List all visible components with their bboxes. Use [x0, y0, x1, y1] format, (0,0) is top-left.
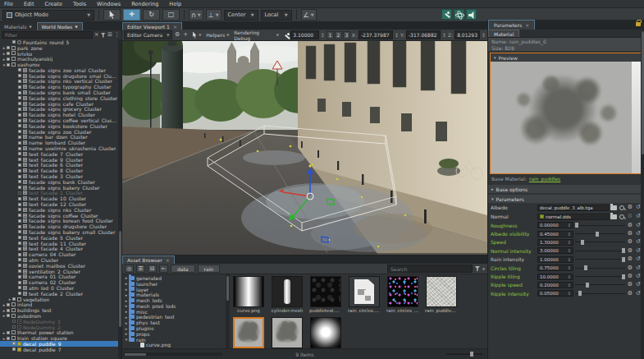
folder-row[interactable]: curve.png [122, 343, 226, 348]
visibility-checkbox[interactable] [7, 58, 10, 61]
spinner-icon[interactable]: ↕ [568, 232, 571, 237]
tab-asset-browser[interactable]: Asset Browser × [122, 255, 175, 264]
visibility-checkbox[interactable] [12, 297, 16, 301]
physics-icon[interactable] [454, 9, 464, 20]
gear-icon[interactable]: ⚙ [627, 223, 633, 228]
visibility-checkbox[interactable] [18, 175, 21, 178]
breadcrumb-button[interactable]: data [171, 265, 195, 273]
tab-parameters[interactable]: Parameters × [488, 20, 535, 30]
menu-item[interactable]: Edit [24, 1, 34, 7]
visibility-checkbox[interactable] [18, 191, 21, 195]
x-spinner-icon[interactable]: ↕ [395, 32, 399, 38]
asset-tile[interactable]: curve.png [232, 276, 265, 313]
parameter-slider[interactable] [575, 290, 625, 297]
browse-folder-icon[interactable] [610, 214, 617, 219]
close-icon[interactable]: × [166, 257, 170, 263]
visibility-checkbox[interactable] [18, 96, 21, 99]
base-material-link[interactable]: rain_puddles [529, 176, 560, 182]
visibility-checkbox[interactable] [7, 314, 10, 317]
visibility-checkbox[interactable] [18, 108, 21, 111]
spinner-icon[interactable]: ↕ [568, 223, 571, 228]
visibility-checkbox[interactable] [18, 203, 21, 206]
visibility-checkbox[interactable] [18, 197, 21, 200]
parameter-value-input[interactable]: 1.30000↕ [537, 239, 573, 246]
slider-handle[interactable] [596, 232, 599, 237]
visibility-checkbox[interactable] [7, 46, 10, 49]
z-spinner-icon[interactable]: ↕ [482, 32, 486, 38]
spinner-icon[interactable]: ↕ [568, 248, 571, 253]
visibility-checkbox[interactable] [18, 68, 21, 71]
visibility-checkbox[interactable] [12, 40, 16, 44]
menu-item[interactable]: Tools [73, 1, 86, 7]
pivot-select[interactable]: Center▼ [224, 10, 258, 21]
slider-handle[interactable] [586, 283, 589, 288]
visibility-checkbox[interactable] [18, 269, 21, 273]
snap-angle-button[interactable]: ∠▼ [301, 9, 317, 21]
visibility-checkbox[interactable] [18, 186, 21, 189]
preview-header[interactable]: ▾Preview [491, 53, 642, 62]
slider-handle[interactable] [584, 265, 587, 270]
visibility-checkbox[interactable] [18, 85, 21, 89]
snap-tool-button[interactable]: ∩▼ [189, 9, 203, 21]
asset-tile[interactable]: rain_puddles... [425, 276, 458, 313]
asset-tile[interactable]: puddletest.png [309, 276, 342, 313]
visibility-checkbox[interactable] [7, 303, 10, 306]
thumbnail-zoom-slider[interactable] [446, 353, 482, 355]
albedo-texture-input[interactable]: decal_puddle_3_alb.tga [537, 205, 609, 211]
visibility-checkbox[interactable] [7, 52, 10, 55]
slider-handle[interactable] [622, 274, 625, 279]
visibility-checkbox[interactable] [18, 292, 21, 295]
visibility-checkbox[interactable] [18, 219, 21, 223]
visibility-checkbox[interactable] [18, 113, 21, 117]
sound-icon[interactable] [466, 9, 477, 20]
spinner-icon[interactable]: ↕ [568, 274, 571, 279]
filter-input[interactable]: Filter [2, 31, 93, 39]
play-simulation-icon[interactable] [441, 9, 452, 20]
parameter-value-input[interactable]: 10.0000↕ [537, 274, 573, 280]
parameter-slider[interactable] [575, 256, 625, 263]
breadcrumb-button[interactable]: rain [198, 265, 221, 273]
parameter-slider[interactable] [575, 239, 625, 246]
visibility-checkbox[interactable] [12, 347, 16, 351]
tree-scrollbar[interactable] [118, 39, 121, 359]
tab-materials[interactable]: Materials▼ [0, 22, 37, 30]
spinner-icon[interactable]: ↕ [568, 265, 571, 270]
parameter-slider[interactable] [575, 282, 625, 288]
parameter-value-input[interactable]: 1.00000↕ [537, 256, 573, 263]
gear-icon[interactable]: ⚙ [627, 282, 633, 288]
visibility-checkbox[interactable] [18, 247, 21, 251]
slider-handle[interactable] [622, 248, 625, 253]
gear-icon[interactable]: ⚙ [627, 291, 633, 297]
spinner-icon[interactable]: ↕ [568, 283, 571, 288]
horizontal-scrollbar[interactable] [124, 352, 222, 356]
gear-icon[interactable]: ⚙ [627, 248, 633, 254]
show-all-icon[interactable]: ◎ [125, 265, 134, 273]
gear-icon[interactable]: ⚙ [627, 265, 633, 271]
section-parameters[interactable]: ▾Parameters [488, 195, 644, 203]
menu-item[interactable]: Rendering [131, 1, 158, 7]
gear-icon[interactable]: ⚙ [627, 231, 633, 237]
spinner-icon[interactable]: ↕ [568, 291, 571, 296]
visibility-checkbox[interactable] [18, 253, 21, 256]
visibility-checkbox[interactable] [18, 119, 21, 122]
visibility-checkbox[interactable] [18, 281, 21, 284]
lock-icon[interactable] [636, 22, 641, 26]
slider-handle[interactable] [581, 240, 584, 245]
space-select[interactable]: Local▼ [261, 10, 292, 21]
parameter-value-input[interactable]: 0.45000↕ [537, 231, 573, 237]
sort-icon[interactable]: ☰ [107, 32, 112, 38]
asset-tile[interactable]: cylinder.mesh [271, 276, 304, 313]
speed-preset-button[interactable]: 2 [335, 31, 342, 39]
back-icon[interactable]: ← [159, 265, 168, 273]
visibility-checkbox[interactable] [18, 91, 21, 94]
menu-item[interactable]: Help [169, 1, 181, 7]
inspect-icon[interactable] [619, 205, 625, 211]
slider-handle[interactable] [575, 223, 578, 228]
parameter-value-input[interactable]: 0.05000↕ [537, 290, 573, 297]
close-icon[interactable]: × [525, 22, 529, 28]
scale-tool-button[interactable]: □ [162, 9, 180, 21]
rendering-debug-menu[interactable]: Rendering Debug▼ [232, 30, 280, 41]
visibility-checkbox[interactable] [18, 152, 21, 155]
parameter-slider[interactable] [575, 231, 625, 237]
visibility-checkbox[interactable] [7, 309, 10, 312]
